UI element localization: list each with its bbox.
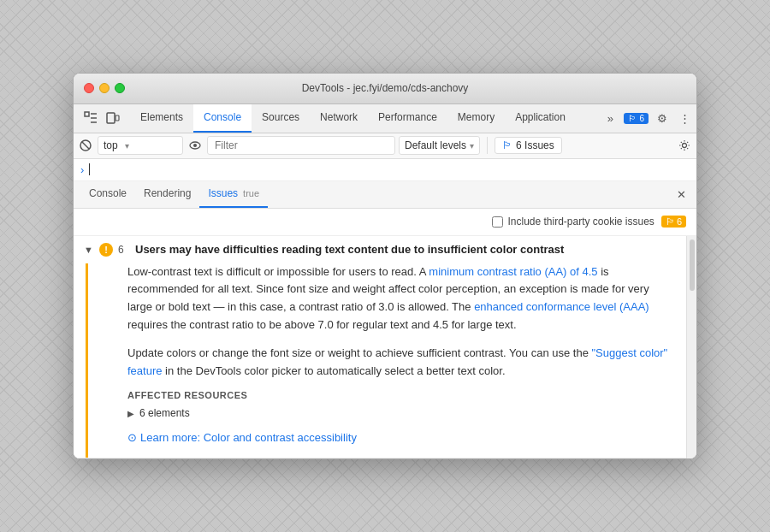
issue-description-1: Low-contrast text is difficult or imposs… (127, 263, 672, 334)
console-input-row: › (74, 159, 696, 181)
close-panel-button[interactable]: ✕ (672, 186, 690, 203)
more-options-button[interactable]: ⋮ (676, 109, 693, 127)
tab-application[interactable]: Application (505, 103, 576, 133)
clear-console-button[interactable] (77, 137, 94, 154)
tab-bar-icons (77, 109, 127, 127)
svg-point-9 (193, 144, 197, 147)
tab-console-panel[interactable]: Console (80, 180, 135, 208)
cookie-issues-checkbox[interactable] (492, 216, 503, 228)
tab-sources[interactable]: Sources (252, 103, 310, 133)
tab-console[interactable]: Console (193, 103, 252, 133)
svg-rect-4 (107, 113, 115, 123)
filter-input[interactable] (207, 136, 395, 155)
tab-issues-panel[interactable]: Issues true (199, 180, 268, 208)
issues-tabs: Console Rendering Issues true ✕ (74, 181, 696, 209)
tab-memory[interactable]: Memory (447, 103, 505, 133)
learn-more-link[interactable]: ⊙ Learn more: Color and contrast accessi… (127, 431, 357, 444)
close-issues-tab-icon[interactable]: true (243, 188, 259, 198)
svg-line-7 (82, 142, 89, 149)
issues-tab-right: ✕ (672, 186, 690, 203)
window-title: DevTools - jec.fyi/demo/cds-anchovy (302, 82, 469, 94)
issues-flag-icon: 🏳 (502, 139, 512, 151)
warning-icon: ! (99, 243, 113, 257)
title-bar: DevTools - jec.fyi/demo/cds-anchovy (74, 74, 696, 104)
toolbar-divider (487, 137, 488, 154)
console-settings-button[interactable] (676, 137, 693, 154)
console-cursor[interactable] (89, 163, 90, 175)
more-tabs-button[interactable]: » (601, 109, 619, 127)
maximize-button[interactable] (115, 83, 125, 93)
issues-content-wrapper: ▼ ! 6 Users may have difficulties readin… (74, 236, 696, 459)
svg-rect-0 (85, 112, 89, 116)
affected-label: AFFECTED RESOURCES (127, 390, 672, 400)
issue-count: 6 (118, 244, 130, 256)
learn-more-icon: ⊙ (127, 431, 137, 444)
settings-button[interactable]: ⚙ (654, 109, 671, 127)
issues-main: ▼ ! 6 Users may have difficulties readin… (74, 236, 686, 459)
cookie-bar: Include third-party cookie issues 🏳 6 (74, 209, 696, 236)
tab-bar-right: » 🏳 6 ⚙ ⋮ (601, 109, 693, 127)
issues-badge-button[interactable]: 🏳 6 Issues (495, 137, 562, 154)
link-minimum-contrast[interactable]: minimum contrast ratio (AA) of 4.5 (429, 265, 597, 278)
context-selector[interactable]: top ▾ (98, 136, 183, 155)
flag-icon: 🏳 (628, 114, 637, 123)
tab-bar: Elements Console Sources Network Perform… (74, 104, 696, 133)
scrollbar-area (686, 236, 696, 459)
svg-point-10 (683, 144, 687, 148)
issue-title: Users may have difficulties reading text… (135, 243, 564, 256)
eye-icon[interactable] (187, 137, 204, 154)
console-toolbar: top ▾ Default levels ▾ 🏳 6 Issues (74, 133, 696, 159)
minimize-button[interactable] (99, 83, 110, 93)
traffic-lights (84, 83, 125, 93)
issue-group-contrast: ▼ ! 6 Users may have difficulties readin… (74, 236, 686, 459)
prompt-icon: › (80, 163, 84, 176)
issue-body: Low-contrast text is difficult or imposs… (86, 263, 686, 458)
affected-resources: AFFECTED RESOURCES ▶ 6 elements (127, 390, 672, 421)
issue-description-2: Update colors or change the font size or… (127, 345, 672, 381)
issue-header[interactable]: ▼ ! 6 Users may have difficulties readin… (74, 236, 686, 263)
scrollbar-thumb[interactable] (690, 239, 695, 291)
link-conformance-level[interactable]: enhanced conformance level (AAA) (474, 300, 649, 313)
inspect-icon[interactable] (82, 109, 99, 127)
resource-item[interactable]: ▶ 6 elements (127, 405, 672, 421)
tab-network[interactable]: Network (310, 103, 368, 133)
tab-rendering-panel[interactable]: Rendering (135, 180, 199, 208)
tab-performance[interactable]: Performance (368, 103, 447, 133)
tab-elements[interactable]: Elements (130, 103, 193, 133)
svg-rect-5 (116, 115, 119, 121)
level-arrow-icon: ▾ (470, 141, 474, 151)
close-button[interactable] (84, 83, 94, 93)
issues-content: ▼ ! 6 Users may have difficulties readin… (74, 236, 686, 459)
learn-more: ⊙ Learn more: Color and contrast accessi… (127, 431, 672, 444)
issues-count-badge[interactable]: 🏳 6 (624, 113, 649, 124)
bar-flag-icon: 🏳 (666, 216, 675, 227)
issues-count-badge-bar: 🏳 6 (661, 216, 686, 228)
devtools-window: DevTools - jec.fyi/demo/cds-anchovy Elem… (73, 73, 697, 460)
resource-arrow-icon: ▶ (127, 409, 134, 418)
context-arrow-icon: ▾ (125, 141, 129, 151)
expand-arrow-icon[interactable]: ▼ (84, 245, 94, 255)
device-icon[interactable] (104, 109, 121, 127)
level-selector[interactable]: Default levels ▾ (399, 136, 480, 155)
cookie-issues-checkbox-label[interactable]: Include third-party cookie issues (492, 216, 654, 228)
